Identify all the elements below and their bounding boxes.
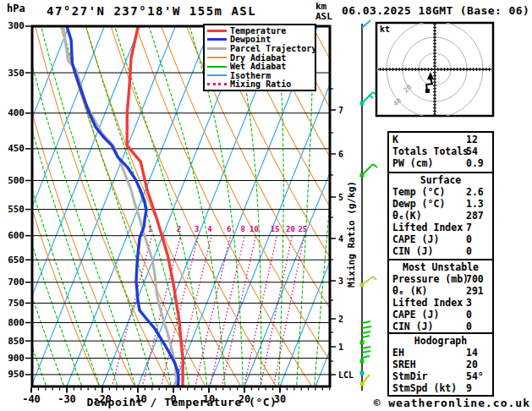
panel-row: CIN (J)0 xyxy=(389,245,492,257)
asl-unit: ASL xyxy=(315,12,332,22)
mixing-ratio-value-label: 20 xyxy=(286,225,295,233)
hodograph-stats-box: Hodograph EH14SREH20StmDir54°StmSpd (kt)… xyxy=(387,332,494,397)
legend-swatch-dry-adiabat xyxy=(207,57,227,58)
sounding-page: 1234681015202530035040045050055060065070… xyxy=(0,0,532,411)
parcel-trajectory-curve xyxy=(63,30,177,386)
wind-barb xyxy=(362,351,370,353)
temperature-axis-label: Dewpoint / Temperature (°C) xyxy=(76,396,288,408)
panel-row: CIN (J)0 xyxy=(389,321,492,332)
panel-row-label: Lifted Index xyxy=(392,222,463,233)
panel-row-label: Pressure (mb) xyxy=(392,273,469,285)
pressure-tick-label: 400 xyxy=(8,107,25,118)
altitude-axis-unit: km ASL xyxy=(315,2,332,22)
panel-row: Totals Totals54 xyxy=(389,145,492,157)
panel-row: StmSpd (kt)9 xyxy=(389,382,492,394)
legend-swatch-parcel-trajectory xyxy=(207,47,227,50)
panel-row-label: Dewp (°C) xyxy=(392,198,445,210)
km-tick-label: 1 xyxy=(338,342,343,352)
hodograph-box-title: Hodograph xyxy=(389,335,492,347)
run-datetime: 06.03.2025 18GMT (Base: 06) xyxy=(342,4,529,17)
legend-item: Isotherm xyxy=(207,71,315,80)
wind-barb xyxy=(362,347,370,348)
panel-row: SREH20 xyxy=(389,359,492,370)
panel-row: CAPE (J)0 xyxy=(389,233,492,245)
panel-row-label: Temp (°C) xyxy=(392,186,445,198)
panel-row-label: StmDir xyxy=(392,370,428,382)
panel-row: CAPE (J)0 xyxy=(389,309,492,321)
panel-row-label: StmSpd (kt) xyxy=(392,382,457,394)
wind-barb xyxy=(362,356,370,358)
panel-row: θₑ(K)287 xyxy=(389,210,492,222)
pressure-tick-label: 900 xyxy=(8,353,25,364)
panel-row-label: θₑ(K) xyxy=(392,210,422,222)
wind-barb-marker xyxy=(360,359,365,364)
panel-row-value: 287 xyxy=(466,210,484,222)
km-tick-label: 5 xyxy=(338,193,343,202)
km-tick-label: 2 xyxy=(338,315,343,324)
legend-swatch-dewpoint xyxy=(207,38,227,41)
station-title: 47°27'N 237°18'W 155m ASL xyxy=(47,4,256,18)
legend-item: Dry Adiabat xyxy=(207,53,315,63)
km-tick-label: LCL xyxy=(338,370,354,380)
panel-row-value: 291 xyxy=(466,285,484,297)
km-tick-label: 6 xyxy=(338,150,343,159)
wind-barb xyxy=(362,336,370,337)
legend-label: Dewpoint xyxy=(230,35,271,44)
panel-row-label: EH xyxy=(392,347,404,359)
panel-row-label: CIN (J) xyxy=(392,321,433,332)
hodograph-unit-label: kt xyxy=(380,25,390,34)
panel-row-label: Totals Totals xyxy=(392,145,469,157)
mixing-ratio-value-label: 6 xyxy=(227,225,231,233)
pressure-tick-label: 950 xyxy=(8,369,25,380)
legend: TemperatureDewpointParcel TrajectoryDry … xyxy=(203,24,316,91)
panel-row-value: 0 xyxy=(466,309,472,321)
mixing-ratio-value-label: 2 xyxy=(177,225,181,233)
panel-row-value: 54° xyxy=(466,370,484,382)
dry-adiabat-line xyxy=(9,21,137,390)
panel-row-value: 0 xyxy=(466,245,472,257)
panel-row: Temp (°C)2.6 xyxy=(389,186,492,198)
mixing-ratio-line xyxy=(195,235,231,387)
wind-barb xyxy=(373,277,376,280)
most-unstable-box-title: Most Unstable xyxy=(389,261,492,273)
panel-row: Dewp (°C)1.3 xyxy=(389,198,492,210)
pressure-tick-label: 700 xyxy=(8,277,25,288)
mixing-ratio-value-label: 25 xyxy=(298,225,307,233)
legend-swatch-wet-adiabat xyxy=(207,66,227,68)
wind-barb xyxy=(373,164,377,167)
panel-row: StmDir54° xyxy=(389,370,492,382)
legend-label: Wet Adiabat xyxy=(230,62,286,71)
legend-label: Mixing Ratio xyxy=(230,79,291,89)
pressure-tick-label: 350 xyxy=(8,68,25,79)
mixing-ratio-value-label: 1 xyxy=(148,225,152,233)
panel-row-value: 14 xyxy=(466,347,478,359)
panel-row-label: θₑ (K) xyxy=(392,285,428,297)
mixing-ratio-value-label: 8 xyxy=(241,225,245,233)
surface-box-title: Surface xyxy=(389,174,492,186)
pressure-axis-unit: hPa xyxy=(7,3,25,14)
panel-row-label: SREH xyxy=(392,359,416,370)
copyright: © weatheronline.co.uk xyxy=(374,397,530,409)
wind-barb-marker xyxy=(360,283,365,288)
pressure-tick-label: 750 xyxy=(8,298,25,309)
hodograph-origin-marker xyxy=(425,89,430,93)
wind-barb-marker xyxy=(360,371,365,375)
indices-box: K12Totals Totals54PW (cm)0.9 xyxy=(387,131,494,173)
km-tick-label: 7 xyxy=(338,106,343,115)
mixing-ratio-axis-label: Mixing Ratio (g/kg) xyxy=(346,181,357,288)
wind-barb-marker xyxy=(360,101,365,106)
mixing-ratio-value-label: 3 xyxy=(195,225,199,233)
pressure-tick-label: 850 xyxy=(8,336,25,347)
pressure-tick-label: 550 xyxy=(8,204,25,215)
panel-row: Lifted Index3 xyxy=(389,297,492,309)
legend-swatch-isotherm xyxy=(207,74,227,76)
pressure-tick-label: 600 xyxy=(8,230,25,241)
panel-row-value: 12 xyxy=(466,134,478,145)
legend-swatch-temperature xyxy=(207,30,227,32)
panel-row-value: 0.9 xyxy=(466,157,484,169)
panel-row-value: 3 xyxy=(466,297,472,309)
legend-item: Dewpoint xyxy=(207,36,315,45)
wind-barb xyxy=(362,326,371,328)
wind-barb-marker xyxy=(360,341,365,345)
pressure-tick-label: 300 xyxy=(8,20,25,31)
